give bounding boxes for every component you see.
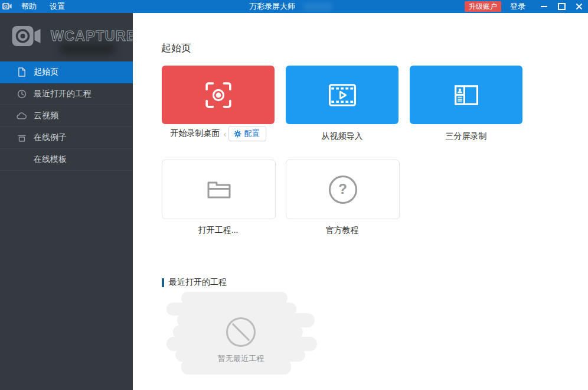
import-video-label: 从视频导入: [286, 131, 398, 142]
config-button-label: 配置: [244, 128, 260, 139]
tutorial-card[interactable]: ?: [286, 160, 400, 219]
start-record-label-row: 开始录制桌面 ‹ 配置: [156, 126, 280, 141]
maximize-button[interactable]: [553, 0, 570, 13]
folder-icon: [205, 178, 233, 202]
close-button[interactable]: [570, 0, 588, 13]
open-project-label: 打开工程...: [162, 225, 275, 236]
sidebar-item-online-templates[interactable]: 在线模板: [0, 149, 133, 171]
sidebar-item-label: 在线例子: [34, 132, 67, 143]
logo-text: WCAPTURE: [51, 28, 136, 44]
question-mark-glyph: ?: [338, 182, 347, 196]
camera-logo-icon: [12, 24, 43, 48]
config-button[interactable]: 配置: [228, 126, 266, 141]
titlebar-controls: 升级账户 登录: [465, 0, 588, 13]
no-recent-text: 暂无最近工程: [197, 353, 285, 364]
open-project-card[interactable]: [162, 160, 276, 219]
recent-section-header: 最近打开的工程: [169, 277, 227, 288]
sidebar-item-label: 起始页: [34, 67, 58, 77]
upgrade-account-button[interactable]: 升级账户: [465, 1, 501, 12]
title-watermark: [302, 3, 333, 10]
tutorial-label: 官方教程: [286, 225, 398, 236]
sidebar-item-label: 最近打开的工程: [34, 89, 92, 99]
clock-icon: [17, 89, 27, 99]
close-icon: [576, 3, 583, 10]
import-video-card[interactable]: [286, 66, 398, 124]
minimize-button[interactable]: [535, 0, 553, 13]
sidebar-item-cloud-video[interactable]: 云视频: [0, 105, 133, 127]
page-icon: [17, 67, 27, 77]
box-icon: [17, 132, 27, 143]
three-split-icon: [454, 84, 479, 106]
sidebar: WCAPTURE 起始页 最近: [0, 13, 133, 390]
no-recent-icon: [226, 317, 256, 347]
recent-header-bar: [162, 278, 164, 287]
minimize-icon: [541, 6, 547, 7]
config-notch-icon: ‹: [224, 129, 227, 139]
main-content: 起始页: [133, 13, 588, 390]
film-import-icon: [328, 83, 357, 107]
three-split-label: 三分屏录制: [410, 131, 522, 142]
page-title: 起始页: [161, 41, 191, 55]
nav-icon-spacer: [17, 154, 27, 165]
sidebar-item-start-page[interactable]: 起始页: [0, 61, 133, 83]
start-record-label: 开始录制桌面: [171, 128, 220, 139]
three-split-card[interactable]: [410, 66, 522, 124]
help-circle-icon: ?: [329, 176, 357, 204]
sidebar-nav: 起始页 最近打开的工程 云视频: [0, 61, 133, 171]
sidebar-item-online-examples[interactable]: 在线例子: [0, 127, 133, 149]
record-viewfinder-icon: [205, 82, 232, 109]
menu-item-settings[interactable]: 设置: [44, 0, 70, 13]
titlebar-menu: 帮助 设置: [16, 0, 73, 13]
gear-icon: [234, 130, 241, 138]
sidebar-watermark: [59, 44, 116, 54]
menu-item-help[interactable]: 帮助: [16, 0, 42, 13]
sidebar-item-label: 在线模板: [34, 154, 67, 165]
app-window: 帮助 设置 万彩录屏大师 升级账户 登录 WCAPTURE: [0, 0, 588, 390]
start-record-card[interactable]: [162, 66, 275, 124]
sidebar-item-label: 云视频: [34, 110, 58, 121]
cloud-icon: [17, 110, 27, 121]
login-button[interactable]: 登录: [510, 1, 525, 12]
no-recent-slash: [232, 323, 250, 341]
titlebar: 帮助 设置 万彩录屏大师 升级账户 登录: [0, 0, 588, 13]
app-camera-icon: [2, 2, 12, 13]
maximize-icon: [558, 3, 566, 10]
sidebar-item-recent-projects[interactable]: 最近打开的工程: [0, 83, 133, 105]
window-title: 万彩录屏大师: [249, 0, 295, 13]
